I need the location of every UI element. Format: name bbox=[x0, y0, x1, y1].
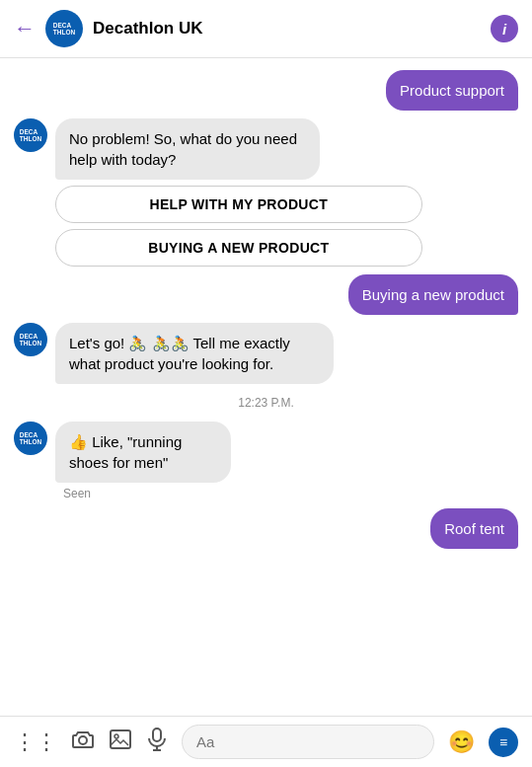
bot-logo-3: DECATHLON bbox=[20, 431, 41, 445]
dots-icon[interactable]: ⋮⋮ bbox=[14, 729, 57, 755]
chat-header: ← DECATHLON Decathlon UK i bbox=[0, 0, 532, 58]
bot-avatar-2: DECATHLON bbox=[14, 323, 47, 356]
user-bubble-buying: Buying a new product bbox=[348, 274, 518, 315]
bot-bubble-help-text: No problem! So, what do you need help wi… bbox=[55, 118, 320, 180]
back-button[interactable]: ← bbox=[14, 16, 36, 41]
brand-logo: DECATHLON bbox=[53, 22, 75, 36]
bot-avatar-3: DECATHLON bbox=[14, 422, 47, 455]
option-buy-product[interactable]: BUYING A NEW PRODUCT bbox=[55, 229, 422, 267]
svg-point-2 bbox=[114, 734, 118, 738]
bot-message-group-help: DECATHLON No problem! So, what do you ne… bbox=[14, 118, 422, 267]
bot-logo-2: DECATHLON bbox=[20, 333, 41, 346]
message-row-example: DECATHLON 👍 Like, "running shoes for men… bbox=[14, 422, 518, 483]
bot-bubble-letsgo: Let's go! 🚴 🚴🚴 Tell me exactly what prod… bbox=[55, 323, 334, 384]
user-bubble-rooftent: Roof tent bbox=[430, 508, 518, 549]
mic-icon[interactable] bbox=[146, 728, 168, 757]
seen-label: Seen bbox=[63, 487, 518, 500]
bot-letsgo-text: Let's go! 🚴 🚴🚴 Tell me exactly what prod… bbox=[69, 335, 290, 372]
message-input[interactable] bbox=[182, 725, 434, 759]
bot-logo-1: DECATHLON bbox=[20, 128, 41, 142]
bot-avatar-1: DECATHLON bbox=[14, 118, 47, 152]
user-message-buying: Buying a new product bbox=[362, 286, 504, 303]
emoji-icon[interactable]: 😊 bbox=[448, 729, 475, 755]
message-row-rooftent: Roof tent bbox=[14, 508, 518, 549]
chat-title: Decathlon UK bbox=[93, 19, 491, 38]
info-icon-label: i bbox=[502, 21, 506, 38]
image-icon[interactable] bbox=[109, 728, 132, 757]
menu-icon: ≡ bbox=[499, 734, 507, 750]
svg-rect-3 bbox=[153, 729, 161, 741]
svg-rect-1 bbox=[111, 730, 130, 748]
camera-icon[interactable] bbox=[71, 728, 95, 757]
chat-area: Product support DECATHLON No problem! So… bbox=[0, 58, 532, 716]
message-row-bot-help: DECATHLON No problem! So, what do you ne… bbox=[14, 118, 518, 267]
bot-content-help: No problem! So, what do you need help wi… bbox=[55, 118, 422, 267]
menu-button[interactable]: ≡ bbox=[489, 728, 518, 757]
bot-example-text: 👍 Like, "running shoes for men" bbox=[69, 433, 182, 471]
bot-message-group-example: DECATHLON 👍 Like, "running shoes for men… bbox=[14, 422, 299, 483]
bot-bubble-example: 👍 Like, "running shoes for men" bbox=[55, 422, 231, 483]
svg-point-0 bbox=[79, 736, 87, 744]
user-bubble-product-support: Product support bbox=[386, 70, 518, 111]
bot-help-text: No problem! So, what do you need help wi… bbox=[69, 130, 297, 168]
brand-avatar: DECATHLON bbox=[45, 10, 83, 47]
bot-content-example: 👍 Like, "running shoes for men" bbox=[55, 422, 299, 483]
message-row-buying: Buying a new product bbox=[14, 274, 518, 315]
user-message-rooftent: Roof tent bbox=[444, 520, 504, 537]
message-row-product-support: Product support bbox=[14, 70, 518, 111]
message-row-letsgo: DECATHLON Let's go! 🚴 🚴🚴 Tell me exactly… bbox=[14, 323, 518, 384]
bot-content-letsgo: Let's go! 🚴 🚴🚴 Tell me exactly what prod… bbox=[55, 323, 442, 384]
option-help-product[interactable]: HELP WITH MY PRODUCT bbox=[55, 186, 422, 223]
user-message-text: Product support bbox=[400, 82, 504, 99]
info-button[interactable]: i bbox=[491, 15, 518, 42]
bot-message-group-letsgo: DECATHLON Let's go! 🚴 🚴🚴 Tell me exactly… bbox=[14, 323, 442, 384]
message-toolbar: ⋮⋮ 😊 ≡ bbox=[0, 716, 532, 767]
timestamp-1223: 12:23 P.M. bbox=[14, 396, 518, 410]
